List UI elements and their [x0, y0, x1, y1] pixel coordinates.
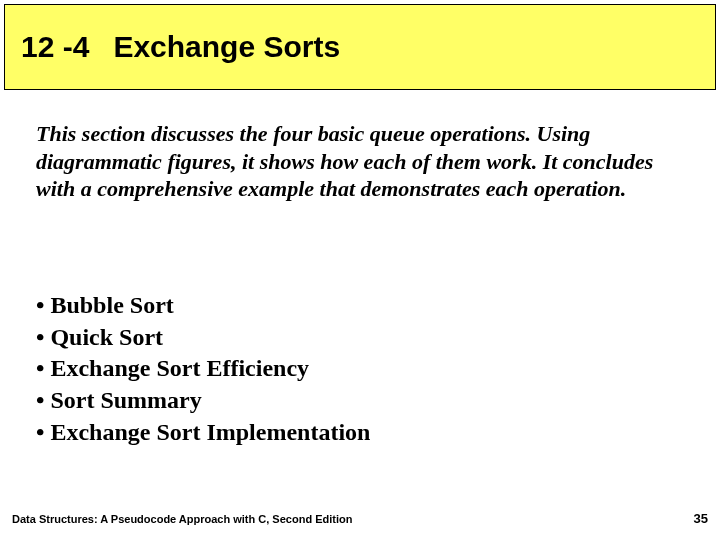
list-item: Quick Sort — [36, 322, 684, 354]
list-item: Exchange Sort Implementation — [36, 417, 684, 449]
slide-title: 12 -4Exchange Sorts — [21, 30, 340, 64]
title-bar: 12 -4Exchange Sorts — [4, 4, 716, 90]
footer-source: Data Structures: A Pseudocode Approach w… — [12, 513, 352, 525]
list-item: Bubble Sort — [36, 290, 684, 322]
list-item: Sort Summary — [36, 385, 684, 417]
page-number: 35 — [694, 511, 708, 526]
section-title: Exchange Sorts — [113, 30, 340, 63]
bullet-list: Bubble Sort Quick Sort Exchange Sort Eff… — [36, 290, 684, 448]
list-item: Exchange Sort Efficiency — [36, 353, 684, 385]
intro-paragraph: This section discusses the four basic qu… — [36, 120, 684, 203]
section-number: 12 -4 — [21, 30, 89, 63]
footer: Data Structures: A Pseudocode Approach w… — [12, 511, 708, 526]
slide: 12 -4Exchange Sorts This section discuss… — [0, 0, 720, 540]
